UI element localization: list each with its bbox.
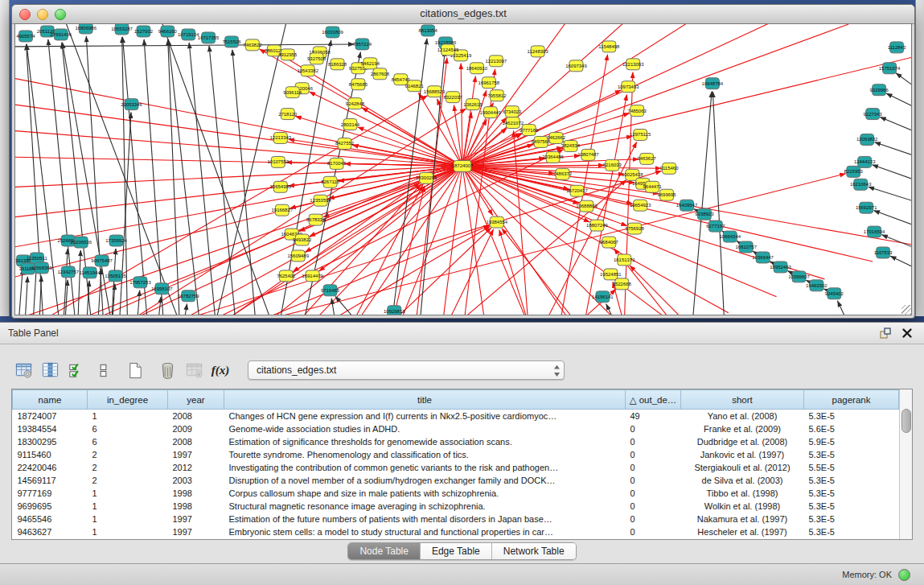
network-edge	[14, 166, 462, 188]
window-titlebar[interactable]: citations_edges.txt	[12, 5, 914, 24]
table-row[interactable]: 1456911722003Disruption of a novel membe…	[13, 474, 914, 487]
network-edge	[874, 211, 912, 227]
table-row[interactable]: 1938455462009Genome-wide association stu…	[13, 422, 914, 435]
table-cell: Stergiakouli et al. (2012)	[681, 461, 804, 474]
select-column-icon[interactable]	[39, 360, 60, 381]
tab-edge-table[interactable]: Edge Table	[421, 543, 492, 559]
network-node-label: 15688520	[424, 89, 446, 94]
network-edge	[440, 166, 462, 315]
table-settings-icon[interactable]	[13, 360, 34, 381]
network-edge	[462, 24, 848, 166]
table-row[interactable]: 2242004622012Investigating the contribut…	[13, 461, 914, 474]
network-node-label: 7485063	[628, 109, 647, 113]
column-header[interactable]: title	[224, 390, 626, 410]
close-panel-icon[interactable]	[901, 328, 913, 339]
table-cell: Nakamura et al. (1997)	[681, 513, 804, 525]
table-cell: 2	[88, 448, 168, 461]
network-node-label: 19166827	[272, 208, 294, 212]
column-header[interactable]: name	[13, 390, 88, 410]
tab-node-table[interactable]: Node Table	[348, 543, 421, 559]
delete-column-icon[interactable]	[157, 360, 178, 381]
table-cell: 0	[626, 525, 681, 538]
network-node-label: 18300295	[416, 175, 437, 180]
network-node-label: 19904449	[480, 110, 502, 115]
network-node-label: 6216033	[603, 163, 622, 167]
column-header[interactable]: in_degree	[88, 390, 168, 410]
table-cell: 2009	[168, 422, 224, 435]
network-node-label: 10025438	[622, 172, 643, 177]
table-cell: 1	[88, 513, 168, 525]
table-row[interactable]: 969969511998Structural magnetic resonanc…	[13, 500, 914, 513]
network-canvas[interactable]: 1872400749055742051128327691406168069861…	[14, 23, 912, 315]
merge-rows-icon[interactable]	[92, 360, 113, 381]
table-cell: 1	[88, 500, 168, 513]
new-column-icon[interactable]	[125, 360, 146, 381]
table-row[interactable]: 1830029562008Estimation of significance …	[13, 435, 914, 448]
scrollbar-thumb[interactable]	[901, 409, 911, 433]
network-edge	[462, 166, 493, 215]
column-header[interactable]: short	[681, 390, 804, 410]
control-panel-edge[interactable]	[0, 0, 10, 316]
network-edge	[838, 301, 849, 315]
table-cell: 2008	[168, 410, 224, 423]
table-row[interactable]: 977716911998Corpus callosum shape and si…	[13, 487, 914, 500]
network-table-selector[interactable]: citations_edges.txt	[248, 360, 565, 380]
network-edge	[137, 290, 139, 315]
network-node-label: 1362615	[463, 102, 483, 107]
network-node-label: 90975487	[91, 258, 113, 263]
table-cell: 2003	[168, 474, 224, 487]
network-node-label: 10688809	[576, 204, 598, 208]
table-cell: Tourette syndrome. Phenomenology and cla…	[224, 448, 626, 461]
network-edge	[78, 250, 81, 315]
table-row[interactable]: 946554611997Estimation of the future num…	[13, 513, 914, 525]
table-cell: 0	[626, 435, 681, 448]
table-cell: 6	[88, 435, 168, 448]
network-node-label: 3824534	[561, 143, 581, 148]
table-cell: 0	[626, 448, 681, 461]
network-node-label: 6277197	[706, 224, 725, 229]
table-cell: 9465546	[13, 513, 88, 525]
table-row[interactable]: 946362711997Embryonic stem cells: a mode…	[13, 525, 914, 538]
network-node-label: 17016504	[864, 229, 885, 234]
tab-network-table[interactable]: Network Table	[492, 543, 576, 559]
network-node-label: 20364486	[542, 154, 564, 159]
network-node-label: 10654985	[270, 184, 292, 189]
function-builder-icon[interactable]: f(x)	[210, 360, 231, 381]
table-cell: 1997	[168, 513, 224, 525]
network-node-label: 12213343	[270, 135, 292, 140]
resize-grip-icon[interactable]	[901, 305, 912, 315]
network-edge	[606, 304, 617, 315]
memory-ok-indicator	[898, 569, 910, 581]
row-checks-icon[interactable]	[66, 360, 87, 381]
column-header[interactable]: pagerank	[804, 390, 899, 410]
table-row[interactable]: 911546021997Tourette syndrome. Phenomeno…	[13, 448, 914, 461]
table-scrollbar[interactable]	[899, 389, 912, 539]
network-node-label: 8678334	[306, 217, 326, 222]
toolbar-icons: f(x)	[13, 360, 236, 381]
network-node-label: 10648784	[702, 81, 724, 86]
results-panel-edge[interactable]	[915, 0, 924, 316]
network-edge	[886, 93, 912, 109]
table-cell: 2	[88, 461, 168, 474]
column-header[interactable]: △ out_de…	[626, 390, 681, 410]
table-cell: Changes of HCN gene expression and I(f) …	[224, 410, 626, 423]
network-node-label: 18640910	[466, 66, 488, 71]
table-cell: Tibbo et al. (1998)	[681, 487, 804, 500]
table-panel: Table Panel f(x) citations_edges.txt nam…	[0, 322, 924, 564]
network-edge	[896, 73, 912, 89]
network-node-label: 11350511	[27, 256, 47, 261]
network-node-label: 13505135	[105, 274, 126, 278]
network-node-label: 18807249	[586, 223, 608, 228]
network-edge	[209, 46, 236, 315]
column-header[interactable]: year	[168, 390, 224, 410]
table-row[interactable]: 1872400712008Changes of HCN gene express…	[13, 410, 914, 423]
network-edge	[98, 269, 101, 315]
status-bar: Memory: OK	[0, 563, 924, 585]
network-node-label: 16210643	[850, 182, 872, 187]
network-edge	[454, 105, 462, 167]
network-edge	[358, 127, 462, 166]
network-node-label: 9327508	[307, 56, 326, 61]
table-cell: 5.6E-5	[804, 422, 899, 435]
float-panel-icon[interactable]	[879, 327, 892, 340]
table-cell: Yano et al. (2008)	[681, 410, 804, 423]
